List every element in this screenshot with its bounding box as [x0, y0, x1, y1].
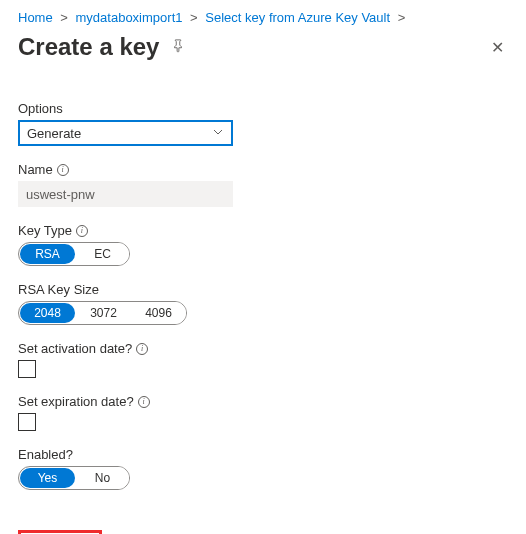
- chevron-down-icon: [212, 126, 224, 140]
- create-button-highlight: Create: [18, 530, 102, 534]
- options-select[interactable]: Generate: [18, 120, 233, 146]
- chevron-right-icon: >: [60, 10, 68, 25]
- rsa-key-size-toggle: 2048 3072 4096: [18, 301, 187, 325]
- rsa-key-size-label: RSA Key Size: [18, 282, 99, 297]
- create-key-form: Options Generate Name i Key Type i RSA E…: [18, 101, 233, 490]
- close-icon[interactable]: ✕: [487, 34, 508, 61]
- key-type-toggle: RSA EC: [18, 242, 130, 266]
- info-icon[interactable]: i: [136, 343, 148, 355]
- breadcrumb: Home > mydataboximport1 > Select key fro…: [18, 10, 508, 25]
- enabled-yes[interactable]: Yes: [20, 468, 75, 488]
- enabled-label: Enabled?: [18, 447, 73, 462]
- rsa-size-3072[interactable]: 3072: [76, 302, 131, 324]
- info-icon[interactable]: i: [138, 396, 150, 408]
- expiration-date-checkbox[interactable]: [18, 413, 36, 431]
- enabled-toggle: Yes No: [18, 466, 130, 490]
- chevron-right-icon: >: [398, 10, 406, 25]
- activation-date-label: Set activation date?: [18, 341, 132, 356]
- expiration-date-label: Set expiration date?: [18, 394, 134, 409]
- breadcrumb-home[interactable]: Home: [18, 10, 53, 25]
- name-label: Name: [18, 162, 53, 177]
- breadcrumb-item-2[interactable]: Select key from Azure Key Vault: [205, 10, 390, 25]
- key-type-label: Key Type: [18, 223, 72, 238]
- activation-date-checkbox[interactable]: [18, 360, 36, 378]
- page-title: Create a key: [18, 33, 159, 61]
- options-selected-value: Generate: [27, 126, 81, 141]
- key-type-rsa[interactable]: RSA: [20, 244, 75, 264]
- breadcrumb-item-1[interactable]: mydataboximport1: [76, 10, 183, 25]
- info-icon[interactable]: i: [57, 164, 69, 176]
- key-type-ec[interactable]: EC: [76, 243, 129, 265]
- rsa-size-2048[interactable]: 2048: [20, 303, 75, 323]
- info-icon[interactable]: i: [76, 225, 88, 237]
- rsa-size-4096[interactable]: 4096: [131, 302, 186, 324]
- name-input[interactable]: [18, 181, 233, 207]
- pin-icon[interactable]: [171, 39, 185, 56]
- enabled-no[interactable]: No: [76, 467, 129, 489]
- options-label: Options: [18, 101, 63, 116]
- chevron-right-icon: >: [190, 10, 198, 25]
